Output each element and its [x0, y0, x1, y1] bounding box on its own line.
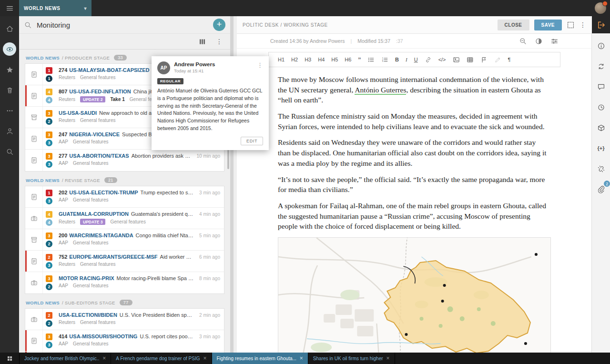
pilcrow-button[interactable]: ¶	[505, 57, 514, 62]
global-search-icon[interactable]	[3, 145, 16, 158]
ordered-list-button[interactable]	[378, 56, 392, 63]
packages-icon[interactable]	[595, 122, 607, 133]
tab-close-icon[interactable]: ×	[102, 355, 106, 362]
popup-edit-button[interactable]: EDIT	[241, 137, 263, 145]
italic-button[interactable]: I	[402, 57, 411, 62]
article-paragraph[interactable]: The Russian defence ministry said on Mon…	[278, 111, 550, 131]
item-slug[interactable]: US-USA-SAUDI	[59, 110, 97, 116]
blockquote-button[interactable]: ”	[355, 56, 364, 63]
workqueue-tab-active[interactable]: Fighting resumes in eastern Ghouta...×	[212, 353, 308, 364]
create-item-button[interactable]: +	[213, 19, 225, 31]
h3-button[interactable]: H3	[301, 57, 315, 62]
item-slug[interactable]: NIGERIA-VIOLENCE	[69, 131, 120, 137]
attachments-icon[interactable]: 2	[595, 183, 607, 195]
list-item[interactable]: 23 752EUROPE-MIGRANTS/GREECE-MSFAid work…	[25, 251, 224, 272]
annotation-pencil-button[interactable]	[491, 56, 505, 63]
group-view-icon[interactable]	[198, 38, 206, 46]
meta-divider: |	[350, 38, 352, 44]
notification-dot	[602, 1, 608, 6]
tab-close-icon[interactable]: ×	[203, 355, 207, 362]
info-icon[interactable]	[595, 40, 607, 51]
take-number: 202	[59, 190, 67, 195]
item-slug[interactable]: US-USA-ELECTION-TRUMP	[69, 190, 138, 195]
item-slug[interactable]: USA-MISSOURI/SHOOTING	[69, 334, 137, 339]
tab-close-icon[interactable]: ×	[386, 355, 390, 362]
item-slug[interactable]: USA-ELECTIONI/BIDEN	[59, 312, 117, 318]
handoff-icon[interactable]	[595, 61, 607, 72]
stage-group-header[interactable]: WORLD NEWS / SUB-EDITORS STAGE 77	[26, 300, 224, 305]
comments-icon[interactable]	[595, 81, 607, 92]
workqueue-grid-icon[interactable]	[0, 353, 20, 364]
item-slug[interactable]: EUROPE-MIGRANTS/GREECE-MSF	[69, 254, 157, 260]
unlink-icon[interactable]	[595, 163, 607, 174]
h1-button[interactable]: H1	[274, 57, 288, 62]
panel-menu-icon[interactable]: ⋮	[216, 38, 223, 45]
list-item[interactable]: 33 277USA-ABORTION/TEXASAbortion provide…	[25, 150, 224, 171]
unordered-list-button[interactable]	[364, 56, 378, 63]
minimize-icon[interactable]	[567, 21, 575, 29]
workqueue-tab[interactable]: Shares in UK oil firms turn higher×	[308, 353, 395, 364]
item-genre: General features	[73, 283, 109, 288]
user-avatar[interactable]	[595, 2, 606, 14]
author-info-popup: AP Andrew Powers Today at 15:41 ⋮ REGULA…	[152, 56, 269, 150]
underline-button[interactable]: U	[411, 57, 421, 62]
article-paragraph[interactable]: “It’s not to save the people,” the offic…	[278, 174, 550, 195]
article-paragraph[interactable]: Residents said on Wednesday they were un…	[278, 137, 550, 168]
list-item[interactable]: 44 GUATEMALA-CORRUPTIONGuatemala's presi…	[25, 208, 224, 229]
popup-menu-icon[interactable]: ⋮	[257, 61, 263, 69]
item-slug[interactable]: US-MALAYSIA-BOAT-CAPSIZED	[69, 67, 149, 73]
authoring-menu-icon[interactable]: ⋮	[580, 21, 586, 29]
find-replace-icon[interactable]	[519, 37, 527, 45]
workqueue-tab[interactable]: Jockey and former British Olympic..×	[20, 353, 111, 364]
link-button[interactable]	[421, 56, 435, 63]
theme-contrast-icon[interactable]	[535, 37, 543, 45]
item-slug[interactable]: US-USA-FED-INFLATION	[69, 89, 131, 94]
workspace-selector[interactable]: WORLD NEWS ▾	[19, 0, 92, 16]
item-slug[interactable]: WARCRIMES-NTAGANDA	[69, 233, 133, 238]
dashboard-home-icon[interactable]	[3, 22, 16, 35]
list-item[interactable]: 13 202US-USA-ELECTION-TRUMPTrump expecte…	[25, 186, 224, 208]
annotated-text[interactable]: António Guterres	[355, 86, 406, 95]
spike-trash-icon[interactable]	[3, 83, 16, 97]
highlights-star-icon[interactable]	[3, 63, 16, 76]
list-item[interactable]: 33 414USA-MISSOURI/SHOOTINGU.S. report c…	[25, 330, 224, 352]
article-paragraph[interactable]: A spokesman for Failaq al-Rahman, one of…	[278, 201, 550, 232]
close-button[interactable]: CLOSE	[498, 20, 529, 30]
article-paragraph[interactable]: The move by Moscow follows mounting inte…	[278, 74, 550, 105]
send-panel-icon[interactable]	[592, 16, 610, 33]
h2-button[interactable]: H2	[288, 57, 301, 62]
monitoring-eye-icon[interactable]	[3, 42, 16, 56]
list-item[interactable]: 22 USA-ELECTIONI/BIDENU.S. Vice Presiden…	[25, 309, 224, 330]
stage-group-header[interactable]: WORLD NEWS / REVISE STAGE 21	[26, 177, 224, 183]
priority-badge: 3	[46, 233, 52, 239]
h4-button[interactable]: H4	[315, 57, 328, 62]
h6-button[interactable]: H6	[341, 57, 355, 62]
item-slug[interactable]: GUATEMALA-CORRUPTION	[59, 211, 129, 217]
priority-badge: 3	[46, 334, 52, 340]
list-item[interactable]: 32 200WARCRIMES-NTAGANDACongo militia ch…	[25, 229, 224, 251]
personal-space-icon[interactable]	[3, 124, 16, 138]
embed-image-button[interactable]	[449, 56, 463, 63]
versions-history-icon[interactable]	[595, 101, 607, 113]
priority-badge: 2	[46, 312, 52, 319]
bold-button[interactable]: B	[392, 57, 402, 62]
article-body-editor[interactable]: The move by Moscow follows mounting inte…	[237, 67, 592, 353]
h5-button[interactable]: H5	[328, 57, 341, 62]
save-button[interactable]: SAVE	[534, 20, 562, 30]
macros-icon[interactable]: {+}	[595, 142, 607, 154]
table-button[interactable]	[463, 56, 477, 63]
comment-flag-button[interactable]	[477, 56, 491, 63]
workqueue-tab[interactable]: A French gendarme dog trainer of PSIG×	[111, 353, 212, 364]
list-item[interactable]: 32 MOTOR RACING-PRIXMotor racing-Pirelli…	[25, 272, 224, 293]
more-apps-icon[interactable]	[3, 104, 16, 117]
item-slug[interactable]: MOTOR RACING-PRIX	[59, 275, 114, 281]
tab-close-icon[interactable]: ×	[300, 355, 303, 362]
embedded-map-image[interactable]	[278, 237, 551, 353]
editor-settings-icon[interactable]	[550, 37, 559, 45]
search-icon[interactable]	[24, 21, 32, 29]
code-button[interactable]: </>	[435, 57, 449, 62]
text-item-icon	[25, 64, 43, 85]
take-label: Take 1	[110, 97, 124, 102]
hamburger-menu-icon[interactable]	[0, 4, 19, 12]
item-slug[interactable]: USA-ABORTION/TEXAS	[69, 153, 129, 159]
